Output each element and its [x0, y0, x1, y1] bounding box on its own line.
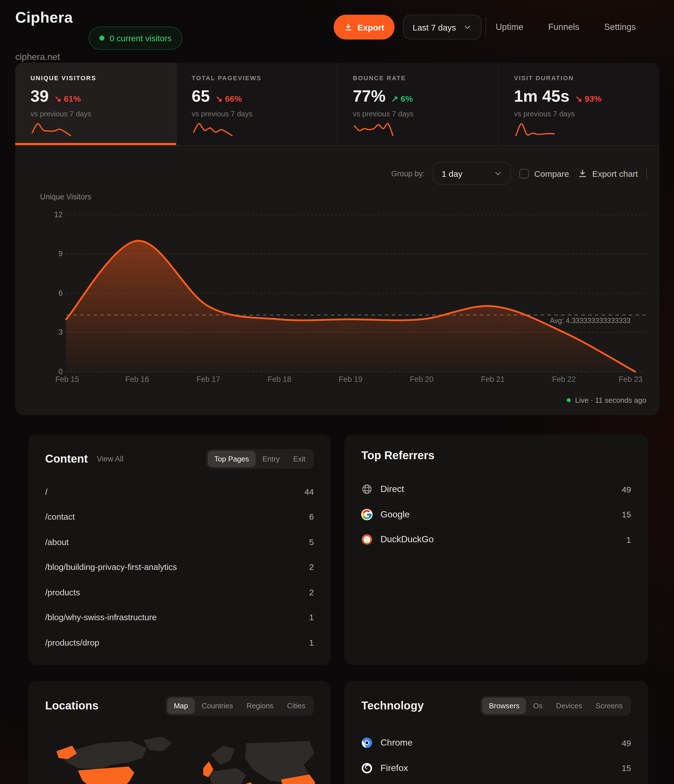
browser-row-partial[interactable] — [361, 781, 631, 784]
y-tick: 0 — [29, 367, 63, 376]
tab-screens[interactable]: Screens — [589, 698, 629, 714]
referrer-row[interactable]: DuckDuckGo 1 — [361, 527, 631, 552]
tab-cities[interactable]: Cities — [280, 698, 312, 714]
top-referrers-card: Top Referrers Direct 49 Google 15 — [344, 434, 648, 665]
tab-os[interactable]: Os — [526, 698, 549, 714]
locations-title: Locations — [45, 699, 98, 712]
page-row[interactable]: /products/drop1 — [45, 630, 314, 655]
x-tick: Feb 18 — [267, 375, 291, 384]
chart-series-label: Unique Visitors — [40, 193, 91, 201]
tab-exit[interactable]: Exit — [286, 451, 312, 467]
page-row[interactable]: /44 — [45, 479, 314, 504]
firefox-icon — [361, 762, 373, 774]
google-icon — [361, 509, 373, 520]
page-row[interactable]: /about5 — [45, 529, 314, 554]
duckduckgo-icon — [361, 534, 373, 545]
content-card: Content View All Top Pages Entry Exit /4… — [28, 434, 331, 665]
page-row[interactable]: /products2 — [45, 580, 314, 605]
tab-countries[interactable]: Countries — [195, 698, 240, 714]
x-tick: Feb 16 — [125, 375, 149, 384]
browser-row[interactable]: Chrome 49 — [361, 730, 631, 756]
page-row[interactable]: /blog/building-privacy-first-analytics2 — [45, 554, 314, 580]
analytics-dashboard: Ciphera 0 current visitors ciphera.net E… — [0, 0, 674, 784]
referrers-title: Top Referrers — [361, 449, 434, 462]
tab-map[interactable]: Map — [167, 698, 195, 714]
page-title: Ciphera — [15, 9, 73, 26]
y-tick: 6 — [29, 289, 63, 297]
header-divider — [486, 17, 486, 37]
browser-row[interactable]: Firefox 15 — [361, 756, 631, 781]
live-status-text: Live · 11 seconds ago — [575, 396, 646, 404]
page-row[interactable]: /blog/why-swiss-infrastructure1 — [45, 605, 314, 630]
referrers-list: Direct 49 Google 15 — [361, 477, 631, 552]
site-domain: ciphera.net — [15, 52, 60, 62]
x-tick: Feb 23 — [619, 375, 642, 384]
average-line-label: Avg: 4.333333333333333 — [506, 317, 631, 325]
live-dot-icon — [567, 398, 571, 402]
locations-tabs: Map Countries Regions Cities — [165, 696, 314, 716]
export-button-label: Export — [357, 22, 384, 32]
tab-regions[interactable]: Regions — [240, 698, 280, 714]
overview-card: UNIQUE VISITORS 39 ↘ 61% vs previous 7 d… — [15, 63, 659, 415]
unique-visitors-line-chart[interactable] — [15, 63, 659, 415]
browsers-list: Chrome 49 Firefox 15 — [361, 730, 631, 784]
current-visitors-badge[interactable]: 0 current visitors — [89, 26, 182, 50]
chrome-icon — [361, 737, 373, 749]
content-title: Content — [45, 453, 88, 465]
page-row[interactable]: /contact6 — [45, 504, 314, 529]
content-tabs: Top Pages Entry Exit — [206, 449, 314, 469]
y-tick: 12 — [29, 210, 63, 219]
tab-devices[interactable]: Devices — [549, 698, 589, 714]
x-tick: Feb 17 — [196, 375, 220, 384]
date-range-select[interactable]: Last 7 days — [403, 15, 481, 39]
download-icon — [344, 23, 353, 32]
y-tick: 3 — [29, 328, 63, 336]
nav-item-uptime[interactable]: Uptime — [495, 22, 523, 32]
locations-card: Locations Map Countries Regions Cities — [28, 681, 331, 784]
x-tick: Feb 21 — [481, 375, 505, 384]
x-tick: Feb 20 — [410, 375, 433, 384]
chevron-down-icon — [463, 23, 472, 32]
tab-top-pages[interactable]: Top Pages — [207, 451, 256, 467]
nav-item-funnels[interactable]: Funnels — [548, 22, 579, 32]
technology-card: Technology Browsers Os Devices Screens C… — [344, 681, 648, 784]
world-map[interactable] — [44, 736, 315, 784]
export-button[interactable]: Export — [334, 15, 394, 39]
nav-item-settings[interactable]: Settings — [604, 22, 636, 32]
current-visitors-label: 0 current visitors — [110, 33, 172, 43]
globe-icon — [361, 484, 373, 495]
top-nav: Uptime Funnels Settings — [495, 15, 636, 39]
tab-browsers[interactable]: Browsers — [482, 698, 526, 714]
referrer-row[interactable]: Google 15 — [361, 502, 631, 527]
technology-tabs: Browsers Os Devices Screens — [480, 696, 631, 716]
x-tick: Feb 15 — [55, 375, 79, 384]
live-dot-icon — [99, 36, 104, 40]
tab-entry[interactable]: Entry — [256, 451, 286, 467]
live-status: Live · 11 seconds ago — [567, 396, 646, 404]
referrer-row[interactable]: Direct 49 — [361, 477, 631, 502]
view-all-link[interactable]: View All — [97, 455, 123, 463]
technology-title: Technology — [361, 699, 424, 712]
y-tick: 9 — [29, 249, 63, 258]
top-pages-list: /44 /contact6 /about5 /blog/building-pri… — [45, 479, 314, 655]
date-range-value: Last 7 days — [413, 22, 456, 32]
x-tick: Feb 22 — [552, 375, 576, 384]
x-tick: Feb 19 — [339, 375, 362, 384]
